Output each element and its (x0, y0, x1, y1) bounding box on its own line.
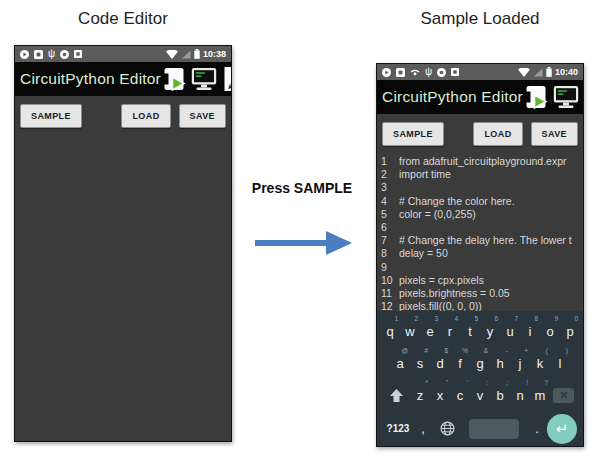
key-l[interactable]: )l (550, 349, 570, 377)
clock: 10:40 (555, 67, 578, 77)
app-square-icon (34, 50, 43, 59)
key-alt-label: 7 (514, 315, 518, 322)
key-alt-label: 2 (414, 315, 418, 322)
key-alt-label: ( (546, 347, 548, 354)
key-c[interactable]: 'c (450, 381, 470, 409)
enter-key[interactable]: ↵ (547, 414, 577, 444)
space-key[interactable] (469, 419, 519, 439)
code-line: 10pixels = cpx.pixels (377, 274, 583, 287)
key-e[interactable]: 3e (420, 317, 440, 345)
key-alt-label: * (425, 379, 428, 386)
app-title-bar: CircuitPython Editor (377, 80, 583, 114)
save-button[interactable]: SAVE (179, 104, 226, 128)
record-icon (60, 50, 69, 59)
hotspot-icon (410, 69, 420, 76)
load-button[interactable]: LOAD (121, 104, 170, 128)
key-m[interactable]: ?m (530, 381, 550, 409)
key-o[interactable]: 9o (540, 317, 560, 345)
key-q[interactable]: 1q (380, 317, 400, 345)
key-alt-label: - (506, 347, 508, 354)
serial-monitor-icon[interactable] (191, 67, 217, 91)
key-j[interactable]: +j (510, 349, 530, 377)
key-y[interactable]: 6y (480, 317, 500, 345)
key-n[interactable]: !n (510, 381, 530, 409)
key-cap-label: t (468, 324, 472, 339)
onscreen-keyboard: 1q2w3e4r5t6y7u8i9o0p @a#s$d%f&g-h+j(k)l … (377, 311, 583, 446)
globe-key[interactable] (433, 421, 461, 436)
key-v[interactable]: :v (470, 381, 490, 409)
sample-button[interactable]: SAMPLE (20, 104, 82, 128)
edit-file-icon[interactable] (222, 66, 232, 92)
backspace-key[interactable] (550, 381, 577, 409)
key-b[interactable]: ;b (490, 381, 510, 409)
key-alt-label: $ (444, 347, 448, 354)
code-editor-area[interactable]: 1from adafruit_circuitplayground.expr2im… (377, 152, 583, 323)
serial-monitor-icon[interactable] (553, 85, 579, 109)
caption-sample-loaded: Sample Loaded (376, 9, 584, 29)
key-g[interactable]: &g (470, 349, 490, 377)
key-cap-label: c (457, 388, 464, 403)
key-alt-label: ) (566, 347, 568, 354)
key-a[interactable]: @a (390, 349, 410, 377)
key-alt-label: 6 (494, 315, 498, 322)
run-script-icon[interactable] (523, 84, 548, 110)
period-key[interactable]: . (527, 421, 547, 436)
key-z[interactable]: *z (410, 381, 430, 409)
figure: Code Editor Sample Loaded Press SAMPLE ψ… (0, 0, 600, 457)
key-x[interactable]: "x (430, 381, 450, 409)
key-p[interactable]: 0p (560, 317, 580, 345)
key-r[interactable]: 4r (440, 317, 460, 345)
key-cap-label: j (519, 356, 522, 371)
code-line: 5color = (0,0,255) (377, 208, 583, 221)
key-h[interactable]: -h (490, 349, 510, 377)
clock: 10:38 (203, 49, 226, 59)
wifi-icon (518, 68, 530, 77)
key-cap-label: d (436, 356, 443, 371)
app-title: CircuitPython Editor (20, 70, 161, 88)
key-s[interactable]: #s (410, 349, 430, 377)
code-text: # Change the delay here. The lower t (399, 234, 583, 247)
signal-icon (181, 50, 191, 59)
key-k[interactable]: (k (530, 349, 550, 377)
key-alt-label: " (446, 379, 448, 386)
key-d[interactable]: $d (430, 349, 450, 377)
key-i[interactable]: 8i (520, 317, 540, 345)
arrow-right-icon (252, 224, 356, 262)
key-w[interactable]: 2w (400, 317, 420, 345)
key-cap-label: y (487, 324, 494, 339)
code-text: import time (399, 168, 583, 181)
wifi-icon (166, 50, 178, 59)
shift-icon (389, 388, 404, 403)
status-bar: ψ 10:38 (15, 46, 231, 62)
battery-icon (194, 49, 200, 59)
line-number: 1 (377, 155, 399, 168)
line-number: 2 (377, 168, 399, 181)
keyboard-row-3: *z"x'c:v;b!n?m (380, 381, 580, 409)
key-t[interactable]: 5t (460, 317, 480, 345)
key-cap-label: l (559, 356, 562, 371)
code-text: # Change the color here. (399, 195, 583, 208)
editor-area[interactable] (15, 134, 231, 442)
key-alt-label: 5 (474, 315, 478, 322)
keyboard-row-1: 1q2w3e4r5t6y7u8i9o0p (380, 317, 580, 345)
run-script-icon[interactable] (161, 66, 186, 92)
save-button[interactable]: SAVE (531, 122, 578, 146)
key-cap-label: r (448, 324, 452, 339)
key-alt-label: ' (467, 379, 468, 386)
shift-key[interactable] (383, 381, 410, 409)
backspace-icon (553, 388, 574, 403)
key-f[interactable]: %f (450, 349, 470, 377)
line-number: 6 (377, 221, 399, 234)
key-alt-label: @ (401, 347, 408, 354)
comma-key[interactable]: , (413, 421, 433, 436)
key-alt-label: 9 (554, 315, 558, 322)
symbols-key[interactable]: ?123 (383, 423, 413, 434)
caption-code-editor: Code Editor (14, 9, 232, 29)
status-icons-right: 10:38 (166, 49, 226, 59)
status-icons-left: ψ (20, 49, 82, 59)
key-u[interactable]: 7u (500, 317, 520, 345)
key-alt-label: ? (544, 379, 548, 386)
sample-button[interactable]: SAMPLE (382, 122, 444, 146)
load-button[interactable]: LOAD (473, 122, 522, 146)
small-app-icon (451, 68, 459, 76)
